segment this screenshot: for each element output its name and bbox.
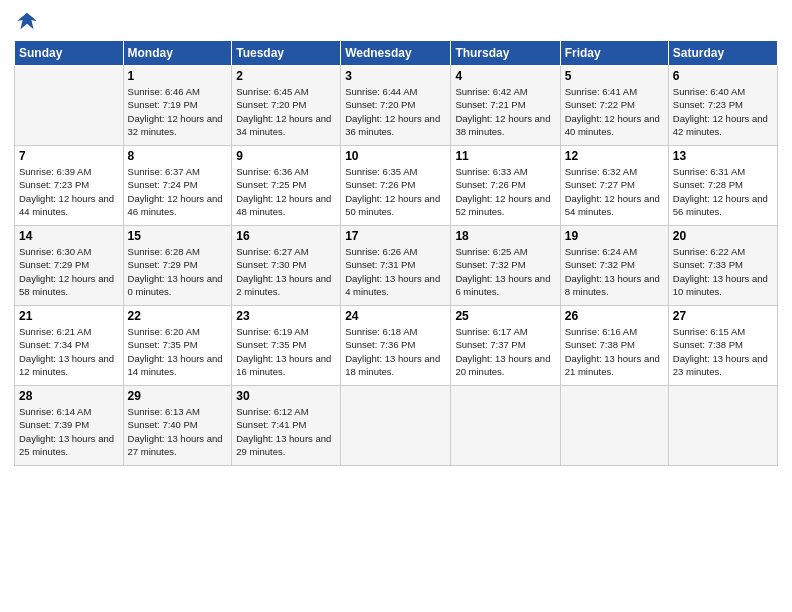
calendar-cell: 12Sunrise: 6:32 AMSunset: 7:27 PMDayligh… [560, 146, 668, 226]
calendar-cell: 8Sunrise: 6:37 AMSunset: 7:24 PMDaylight… [123, 146, 232, 226]
calendar-cell: 10Sunrise: 6:35 AMSunset: 7:26 PMDayligh… [341, 146, 451, 226]
calendar-cell: 14Sunrise: 6:30 AMSunset: 7:29 PMDayligh… [15, 226, 124, 306]
calendar-cell: 28Sunrise: 6:14 AMSunset: 7:39 PMDayligh… [15, 386, 124, 466]
calendar-cell [668, 386, 777, 466]
weekday-header: Thursday [451, 41, 560, 66]
day-info: Sunrise: 6:32 AMSunset: 7:27 PMDaylight:… [565, 165, 664, 218]
calendar-week-row: 14Sunrise: 6:30 AMSunset: 7:29 PMDayligh… [15, 226, 778, 306]
day-info: Sunrise: 6:26 AMSunset: 7:31 PMDaylight:… [345, 245, 446, 298]
calendar-cell: 20Sunrise: 6:22 AMSunset: 7:33 PMDayligh… [668, 226, 777, 306]
calendar-cell: 11Sunrise: 6:33 AMSunset: 7:26 PMDayligh… [451, 146, 560, 226]
day-number: 29 [128, 389, 228, 403]
calendar-cell: 15Sunrise: 6:28 AMSunset: 7:29 PMDayligh… [123, 226, 232, 306]
calendar-cell: 7Sunrise: 6:39 AMSunset: 7:23 PMDaylight… [15, 146, 124, 226]
calendar-cell [560, 386, 668, 466]
calendar-cell [15, 66, 124, 146]
day-info: Sunrise: 6:37 AMSunset: 7:24 PMDaylight:… [128, 165, 228, 218]
weekday-header: Friday [560, 41, 668, 66]
day-info: Sunrise: 6:46 AMSunset: 7:19 PMDaylight:… [128, 85, 228, 138]
calendar-cell: 2Sunrise: 6:45 AMSunset: 7:20 PMDaylight… [232, 66, 341, 146]
day-number: 26 [565, 309, 664, 323]
day-info: Sunrise: 6:20 AMSunset: 7:35 PMDaylight:… [128, 325, 228, 378]
weekday-header: Monday [123, 41, 232, 66]
day-number: 19 [565, 229, 664, 243]
day-info: Sunrise: 6:28 AMSunset: 7:29 PMDaylight:… [128, 245, 228, 298]
calendar-cell: 22Sunrise: 6:20 AMSunset: 7:35 PMDayligh… [123, 306, 232, 386]
day-info: Sunrise: 6:21 AMSunset: 7:34 PMDaylight:… [19, 325, 119, 378]
day-number: 25 [455, 309, 555, 323]
day-info: Sunrise: 6:16 AMSunset: 7:38 PMDaylight:… [565, 325, 664, 378]
svg-marker-0 [17, 13, 37, 30]
day-info: Sunrise: 6:44 AMSunset: 7:20 PMDaylight:… [345, 85, 446, 138]
day-number: 2 [236, 69, 336, 83]
day-number: 6 [673, 69, 773, 83]
day-number: 27 [673, 309, 773, 323]
day-number: 22 [128, 309, 228, 323]
page-container: SundayMondayTuesdayWednesdayThursdayFrid… [0, 0, 792, 476]
calendar-table: SundayMondayTuesdayWednesdayThursdayFrid… [14, 40, 778, 466]
day-info: Sunrise: 6:41 AMSunset: 7:22 PMDaylight:… [565, 85, 664, 138]
day-number: 1 [128, 69, 228, 83]
calendar-cell: 19Sunrise: 6:24 AMSunset: 7:32 PMDayligh… [560, 226, 668, 306]
day-info: Sunrise: 6:40 AMSunset: 7:23 PMDaylight:… [673, 85, 773, 138]
day-number: 20 [673, 229, 773, 243]
day-info: Sunrise: 6:14 AMSunset: 7:39 PMDaylight:… [19, 405, 119, 458]
calendar-week-row: 7Sunrise: 6:39 AMSunset: 7:23 PMDaylight… [15, 146, 778, 226]
calendar-cell: 17Sunrise: 6:26 AMSunset: 7:31 PMDayligh… [341, 226, 451, 306]
calendar-cell: 3Sunrise: 6:44 AMSunset: 7:20 PMDaylight… [341, 66, 451, 146]
day-number: 17 [345, 229, 446, 243]
day-number: 21 [19, 309, 119, 323]
day-info: Sunrise: 6:19 AMSunset: 7:35 PMDaylight:… [236, 325, 336, 378]
day-info: Sunrise: 6:13 AMSunset: 7:40 PMDaylight:… [128, 405, 228, 458]
logo-bird-icon [16, 10, 38, 32]
day-number: 14 [19, 229, 119, 243]
day-number: 4 [455, 69, 555, 83]
calendar-cell [451, 386, 560, 466]
day-info: Sunrise: 6:33 AMSunset: 7:26 PMDaylight:… [455, 165, 555, 218]
day-info: Sunrise: 6:25 AMSunset: 7:32 PMDaylight:… [455, 245, 555, 298]
day-info: Sunrise: 6:35 AMSunset: 7:26 PMDaylight:… [345, 165, 446, 218]
day-info: Sunrise: 6:12 AMSunset: 7:41 PMDaylight:… [236, 405, 336, 458]
day-info: Sunrise: 6:18 AMSunset: 7:36 PMDaylight:… [345, 325, 446, 378]
day-number: 15 [128, 229, 228, 243]
calendar-cell: 4Sunrise: 6:42 AMSunset: 7:21 PMDaylight… [451, 66, 560, 146]
day-number: 13 [673, 149, 773, 163]
day-info: Sunrise: 6:42 AMSunset: 7:21 PMDaylight:… [455, 85, 555, 138]
day-number: 9 [236, 149, 336, 163]
day-number: 11 [455, 149, 555, 163]
calendar-cell: 5Sunrise: 6:41 AMSunset: 7:22 PMDaylight… [560, 66, 668, 146]
day-number: 28 [19, 389, 119, 403]
day-info: Sunrise: 6:36 AMSunset: 7:25 PMDaylight:… [236, 165, 336, 218]
day-number: 5 [565, 69, 664, 83]
day-number: 3 [345, 69, 446, 83]
calendar-cell: 23Sunrise: 6:19 AMSunset: 7:35 PMDayligh… [232, 306, 341, 386]
weekday-header: Tuesday [232, 41, 341, 66]
calendar-cell [341, 386, 451, 466]
day-info: Sunrise: 6:27 AMSunset: 7:30 PMDaylight:… [236, 245, 336, 298]
calendar-cell: 30Sunrise: 6:12 AMSunset: 7:41 PMDayligh… [232, 386, 341, 466]
calendar-cell: 9Sunrise: 6:36 AMSunset: 7:25 PMDaylight… [232, 146, 341, 226]
calendar-cell: 27Sunrise: 6:15 AMSunset: 7:38 PMDayligh… [668, 306, 777, 386]
calendar-cell: 18Sunrise: 6:25 AMSunset: 7:32 PMDayligh… [451, 226, 560, 306]
calendar-cell: 6Sunrise: 6:40 AMSunset: 7:23 PMDaylight… [668, 66, 777, 146]
day-number: 23 [236, 309, 336, 323]
day-number: 30 [236, 389, 336, 403]
calendar-week-row: 1Sunrise: 6:46 AMSunset: 7:19 PMDaylight… [15, 66, 778, 146]
day-info: Sunrise: 6:24 AMSunset: 7:32 PMDaylight:… [565, 245, 664, 298]
calendar-cell: 26Sunrise: 6:16 AMSunset: 7:38 PMDayligh… [560, 306, 668, 386]
day-number: 7 [19, 149, 119, 163]
calendar-week-row: 28Sunrise: 6:14 AMSunset: 7:39 PMDayligh… [15, 386, 778, 466]
day-number: 10 [345, 149, 446, 163]
day-info: Sunrise: 6:39 AMSunset: 7:23 PMDaylight:… [19, 165, 119, 218]
logo-text [14, 10, 38, 34]
calendar-cell: 21Sunrise: 6:21 AMSunset: 7:34 PMDayligh… [15, 306, 124, 386]
day-info: Sunrise: 6:15 AMSunset: 7:38 PMDaylight:… [673, 325, 773, 378]
calendar-cell: 13Sunrise: 6:31 AMSunset: 7:28 PMDayligh… [668, 146, 777, 226]
calendar-cell: 25Sunrise: 6:17 AMSunset: 7:37 PMDayligh… [451, 306, 560, 386]
weekday-header: Sunday [15, 41, 124, 66]
day-number: 16 [236, 229, 336, 243]
day-number: 12 [565, 149, 664, 163]
calendar-cell: 24Sunrise: 6:18 AMSunset: 7:36 PMDayligh… [341, 306, 451, 386]
calendar-cell: 1Sunrise: 6:46 AMSunset: 7:19 PMDaylight… [123, 66, 232, 146]
weekday-header: Saturday [668, 41, 777, 66]
